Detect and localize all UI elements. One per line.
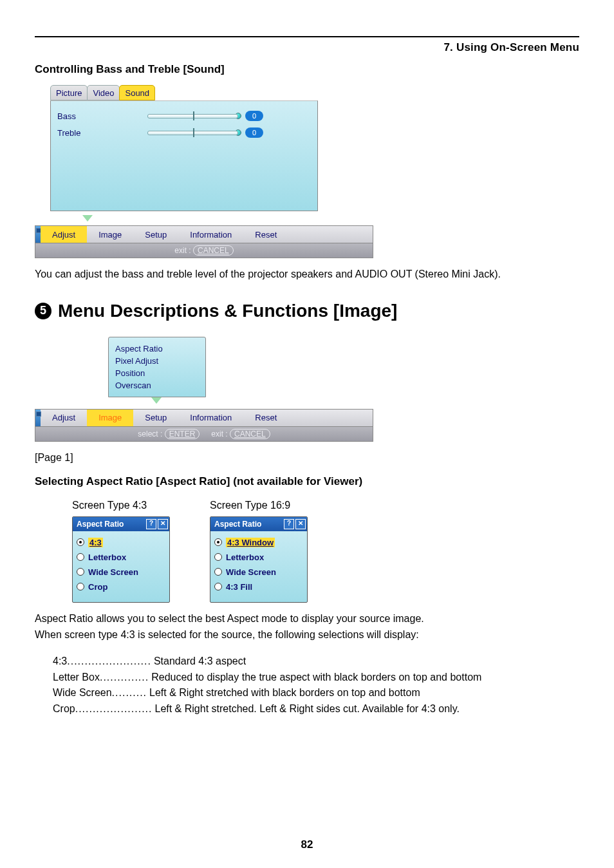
radio-widescreen[interactable]: Wide Screen — [77, 565, 165, 580]
radio-43-window[interactable]: 4:3 Window — [214, 535, 303, 550]
menu-item-overscan[interactable]: Overscan — [115, 379, 199, 392]
main-reset[interactable]: Reset — [243, 410, 288, 426]
radio-crop[interactable]: Crop — [77, 580, 165, 594]
radio-letterbox[interactable]: Letterbox — [77, 550, 165, 565]
main-information[interactable]: Information — [178, 226, 243, 243]
aspect-intro-1: Aspect Ratio allows you to select the be… — [35, 612, 579, 626]
radio-widescreen[interactable]: Wide Screen — [214, 565, 303, 580]
osd-hint-bar: select : ENTER exit : CANCEL — [35, 427, 373, 442]
main-image[interactable]: Image — [87, 226, 133, 243]
hint-exit-label: exit : — [174, 246, 191, 255]
radio-letterbox[interactable]: Letterbox — [214, 550, 303, 565]
sound-description: You can adjust the bass and treble level… — [35, 267, 579, 281]
help-icon[interactable]: ? — [146, 519, 156, 529]
screen-type-169-label: Screen Type 16:9 — [210, 500, 308, 511]
treble-value: 0 — [245, 127, 263, 138]
aspect-definitions: 4:3........................Standard 4:3 … — [53, 654, 579, 717]
aspect-intro-2: When screen type 4:3 is selected for the… — [35, 628, 579, 642]
tab-picture[interactable]: Picture — [50, 85, 88, 100]
section-heading-sound: Controlling Bass and Treble [Sound] — [35, 63, 579, 76]
main-information[interactable]: Information — [178, 410, 243, 426]
close-icon[interactable]: ✕ — [158, 519, 168, 529]
menu-accent-icon — [35, 410, 41, 426]
treble-label: Treble — [51, 128, 147, 138]
radio-43-fill[interactable]: 4:3 Fill — [214, 580, 303, 594]
main-image[interactable]: Image — [87, 410, 133, 426]
triangle-down-icon — [151, 397, 162, 404]
menu-accent-icon — [35, 226, 41, 243]
aspect-dialog-43: Aspect Ratio ? ✕ 4:3 Letterbox Wide Scre… — [72, 516, 170, 603]
page-number: 82 — [0, 838, 614, 851]
help-icon[interactable]: ? — [284, 519, 294, 529]
osd-hint-bar: exit : CANCEL — [35, 243, 373, 258]
main-reset[interactable]: Reset — [243, 226, 288, 243]
close-icon[interactable]: ✕ — [295, 519, 306, 529]
section-heading-image: Menu Descriptions & Functions [Image] — [58, 301, 397, 321]
hint-exit-label: exit : — [211, 429, 227, 439]
aspect-dialog-169: Aspect Ratio ? ✕ 4:3 Window Letterbox Wi… — [210, 516, 308, 603]
menu-item-position[interactable]: Position — [115, 367, 199, 379]
dialog-title: Aspect Ratio — [214, 520, 261, 529]
main-setup[interactable]: Setup — [133, 226, 178, 243]
menu-item-pixel-adjust[interactable]: Pixel Adjust — [115, 355, 199, 367]
bass-value: 0 — [245, 111, 263, 121]
screen-type-43-label: Screen Type 4:3 — [72, 500, 170, 511]
main-setup[interactable]: Setup — [133, 410, 178, 426]
bass-slider[interactable]: 0 — [147, 111, 263, 121]
treble-slider[interactable]: 0 — [147, 127, 263, 138]
bass-label: Bass — [51, 111, 147, 121]
hint-cancel-button[interactable]: CANCEL — [193, 245, 234, 256]
page1-label: [Page 1] — [35, 452, 579, 464]
section-number-badge: 5 — [35, 303, 51, 319]
aspect-ratio-heading: Selecting Aspect Ratio [Aspect Ratio] (n… — [35, 475, 579, 488]
main-adjust[interactable]: Adjust — [41, 410, 87, 426]
image-submenu: Aspect Ratio Pixel Adjust Position Overs… — [108, 337, 206, 397]
dialog-title: Aspect Ratio — [77, 520, 124, 529]
tab-video[interactable]: Video — [87, 85, 120, 100]
hint-cancel-button[interactable]: CANCEL — [230, 429, 270, 439]
main-adjust[interactable]: Adjust — [41, 226, 87, 243]
hint-select-label: select : — [138, 429, 162, 439]
radio-43[interactable]: 4:3 — [77, 535, 165, 550]
triangle-down-icon — [82, 215, 93, 222]
tab-sound[interactable]: Sound — [119, 85, 155, 100]
menu-item-aspect-ratio[interactable]: Aspect Ratio — [115, 343, 199, 355]
osd-image-screenshot: Aspect Ratio Pixel Adjust Position Overs… — [35, 337, 579, 442]
osd-sound-screenshot: Picture Video Sound Bass 0 Treble — [35, 84, 579, 258]
chapter-title: 7. Using On-Screen Menu — [35, 41, 579, 54]
hint-enter-button[interactable]: ENTER — [165, 429, 200, 439]
